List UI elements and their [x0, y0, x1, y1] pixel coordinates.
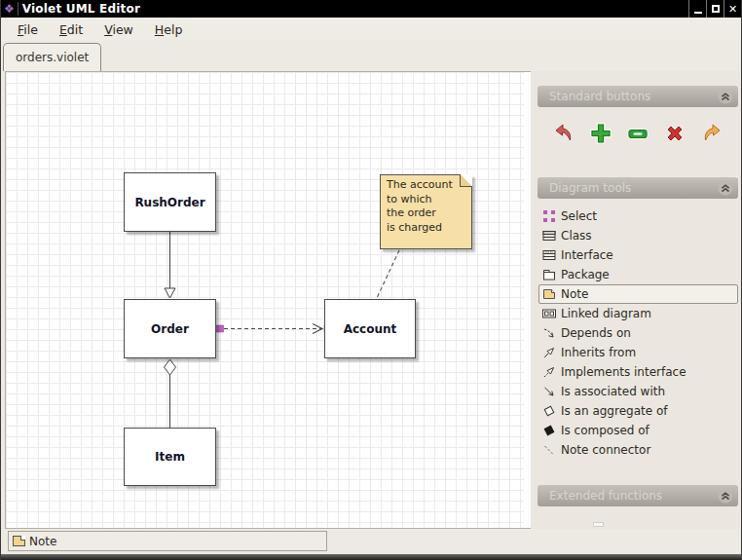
window-title: Violet UML Editor	[22, 2, 140, 16]
implements-interface-icon	[542, 365, 556, 379]
remove-button[interactable]	[626, 122, 649, 145]
tool-is-an-aggregate-of[interactable]: Is an aggregate of	[538, 401, 738, 421]
inherits-from-icon	[542, 346, 556, 359]
tool-label: Note connector	[561, 443, 650, 457]
minimize-button[interactable]	[688, 0, 706, 18]
package-icon	[542, 268, 556, 281]
remove-icon	[626, 122, 649, 145]
app-window: ❖ Violet UML Editor ✕ File Edit View Hel…	[0, 0, 742, 560]
undo-button[interactable]	[552, 122, 575, 145]
add-icon	[589, 122, 612, 145]
tool-note-connector[interactable]: Note connector	[538, 440, 738, 460]
linked-diagram-icon	[542, 307, 556, 320]
panel-title: Standard buttons	[549, 90, 650, 103]
open-diamond	[165, 359, 176, 375]
note-fold-corner	[460, 174, 472, 187]
titlebar-divider	[18, 2, 19, 16]
collapse-icon[interactable]	[718, 180, 733, 196]
is-associated-with-icon	[542, 385, 556, 398]
note-icon	[542, 287, 556, 301]
status-tool-label: Note	[29, 535, 56, 548]
tool-label: Is an aggregate of	[561, 404, 667, 418]
panel-resize-handle[interactable]	[593, 522, 604, 527]
window-controls: ✕	[688, 0, 741, 18]
selection-handle[interactable]	[217, 325, 224, 332]
tool-label: Implements interface	[561, 365, 686, 379]
is-composed-of-icon	[542, 424, 556, 437]
window-bottom-border	[1, 554, 741, 560]
tool-label: Inherits from	[561, 346, 636, 359]
class-node-rushorder[interactable]: RushOrder	[124, 172, 216, 232]
panel-header-standard-buttons[interactable]: Standard buttons	[538, 86, 738, 107]
class-node-order[interactable]: Order	[124, 299, 216, 358]
tab-orders-violet[interactable]: orders.violet	[3, 43, 101, 71]
collapse-icon[interactable]	[718, 89, 733, 104]
close-icon: ✕	[728, 4, 737, 15]
tool-select[interactable]: Select	[538, 206, 738, 226]
collapse-icon[interactable]	[718, 488, 733, 504]
edge-depends-order-account[interactable]	[217, 324, 332, 334]
edge-note-connector[interactable]	[377, 250, 399, 298]
tool-depends-on[interactable]: Depends on	[538, 323, 738, 343]
menubar: File Edit View Help	[1, 18, 741, 41]
status-bar: Note	[1, 529, 741, 554]
tool-implements-interface[interactable]: Implements interface	[538, 362, 738, 382]
tool-label: Note	[561, 287, 588, 301]
add-button[interactable]	[589, 122, 612, 145]
class-node-account[interactable]: Account	[324, 299, 416, 358]
tool-label: Select	[561, 209, 597, 223]
tool-label: Class	[561, 229, 592, 243]
sidebar: Standard buttons	[531, 71, 742, 554]
panel-header-diagram-tools[interactable]: Diagram tools	[538, 177, 738, 199]
class-node-label: Item	[155, 450, 185, 464]
tool-label: Is associated with	[561, 385, 665, 398]
maximize-button[interactable]	[706, 0, 723, 18]
depends-on-icon	[542, 326, 556, 340]
undo-icon	[552, 122, 575, 145]
tool-note[interactable]: Note	[538, 284, 738, 304]
tool-package[interactable]: Package	[538, 265, 738, 284]
note-text: The account to which the order is charge…	[387, 178, 453, 234]
tool-linked-diagram[interactable]: Linked diagram	[538, 304, 738, 323]
close-button[interactable]: ✕	[723, 0, 741, 18]
class-node-label: RushOrder	[134, 196, 204, 209]
titlebar[interactable]: ❖ Violet UML Editor ✕	[1, 0, 741, 18]
tool-is-associated-with[interactable]: Is associated with	[538, 382, 738, 401]
class-node-label: Account	[344, 322, 397, 336]
panel-header-extended-functions[interactable]: Extended functions	[538, 485, 738, 506]
class-node-label: Order	[151, 322, 189, 336]
delete-icon	[663, 122, 686, 145]
status-selected-tool: Note	[8, 531, 327, 551]
is-an-aggregate-of-icon	[542, 404, 556, 418]
tool-is-composed-of[interactable]: Is composed of	[538, 421, 738, 440]
panel-title: Diagram tools	[549, 181, 631, 195]
tool-inherits-from[interactable]: Inherits from	[538, 343, 738, 362]
edge-aggregate-order-item[interactable]	[165, 359, 176, 428]
redo-button[interactable]	[700, 122, 723, 145]
tool-label: Depends on	[561, 326, 631, 340]
menu-view[interactable]: View	[93, 19, 144, 40]
tool-class[interactable]: Class	[538, 226, 738, 245]
minimize-icon	[694, 12, 702, 14]
panel-title: Extended functions	[549, 489, 662, 503]
menu-help[interactable]: Help	[144, 19, 194, 40]
tab-strip: orders.violet	[1, 41, 741, 71]
class-node-item[interactable]: Item	[124, 428, 216, 486]
hollow-triangle-arrowhead	[165, 288, 175, 298]
menu-file[interactable]: File	[7, 19, 49, 40]
diagram-tools-list: Select Class	[538, 206, 738, 460]
maximize-icon	[712, 5, 720, 13]
note-node[interactable]: The account to which the order is charge…	[380, 174, 472, 249]
interface-icon	[542, 248, 556, 262]
menu-edit[interactable]: Edit	[49, 19, 93, 40]
diagram-canvas[interactable]: RushOrder Order Account Item The account…	[5, 71, 532, 529]
diagram-edges	[6, 72, 532, 529]
app-logo-icon: ❖	[1, 0, 18, 18]
standard-buttons-row	[538, 117, 738, 150]
note-icon	[13, 536, 25, 546]
delete-button[interactable]	[663, 122, 686, 145]
tool-label: Package	[561, 268, 610, 281]
edge-inherits-rushorder-order[interactable]	[165, 232, 175, 298]
redo-icon	[700, 122, 723, 145]
tool-interface[interactable]: Interface	[538, 245, 738, 265]
